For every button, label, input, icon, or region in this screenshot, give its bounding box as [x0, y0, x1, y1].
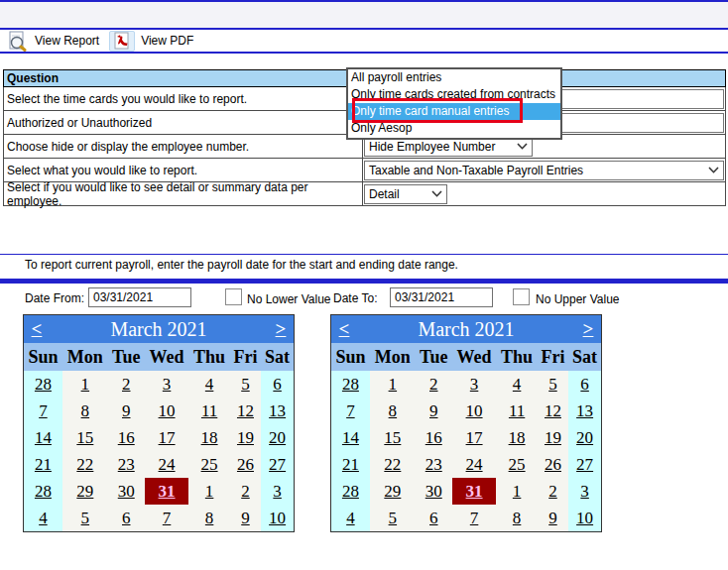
- calendar-day[interactable]: 8: [496, 505, 537, 531]
- calendar-day[interactable]: 8: [370, 398, 416, 424]
- calendar-day[interactable]: 28: [24, 371, 62, 398]
- calendar-day[interactable]: 20: [568, 424, 601, 451]
- calendar-day[interactable]: 14: [24, 424, 62, 451]
- dropdown-option-highlighted[interactable]: Only time card manual entries: [348, 103, 560, 120]
- calendar-day[interactable]: 15: [62, 424, 108, 451]
- date-from-input[interactable]: [88, 287, 191, 307]
- calendar-day[interactable]: 1: [62, 371, 108, 398]
- calendar-day[interactable]: 29: [62, 478, 108, 505]
- calendar-day[interactable]: 6: [416, 505, 452, 531]
- calendar-day[interactable]: 5: [62, 505, 108, 531]
- calendar-day[interactable]: 27: [261, 451, 294, 478]
- calendar-day[interactable]: 11: [188, 398, 229, 424]
- calendar-day[interactable]: 1: [496, 478, 537, 505]
- date-to-input[interactable]: [390, 287, 493, 307]
- calendar-day-selected[interactable]: 31: [145, 478, 189, 505]
- calendar-day[interactable]: 7: [331, 398, 370, 424]
- calendar-day[interactable]: 20: [261, 424, 294, 451]
- calendar-day[interactable]: 14: [331, 424, 370, 451]
- calendar-day[interactable]: 17: [145, 424, 189, 451]
- calendar-day[interactable]: 10: [568, 505, 601, 531]
- calendar-day[interactable]: 16: [416, 424, 452, 451]
- calendar-day[interactable]: 4: [188, 371, 229, 398]
- calendar-day[interactable]: 3: [568, 478, 601, 505]
- calendar-day[interactable]: 10: [452, 398, 497, 424]
- calendar-day[interactable]: 7: [145, 505, 189, 531]
- calendar-day[interactable]: 7: [24, 398, 62, 424]
- calendar-day[interactable]: 30: [416, 478, 452, 505]
- calendar-day[interactable]: 9: [538, 505, 569, 531]
- calendar-day[interactable]: 28: [331, 478, 370, 505]
- report-type-select[interactable]: Taxable and Non-Taxable Payroll Entries: [364, 161, 724, 180]
- calendar-day[interactable]: 6: [568, 371, 601, 398]
- calendar-day[interactable]: 3: [452, 371, 497, 398]
- calendar-day[interactable]: 26: [538, 451, 569, 478]
- calendar-day[interactable]: 21: [24, 451, 62, 478]
- calendar-day[interactable]: 8: [62, 398, 108, 424]
- calendar-day-selected[interactable]: 31: [452, 478, 497, 505]
- calendar-day[interactable]: 23: [416, 451, 452, 478]
- calendar-day[interactable]: 11: [496, 398, 537, 424]
- calendar-day[interactable]: 9: [230, 505, 262, 531]
- calendar-day[interactable]: 24: [145, 451, 189, 478]
- calendar-day[interactable]: 27: [568, 451, 601, 478]
- calendar-day[interactable]: 28: [24, 478, 62, 505]
- view-pdf-button[interactable]: View PDF: [109, 31, 193, 52]
- calendar-day[interactable]: 2: [416, 371, 452, 398]
- calendar-day[interactable]: 9: [108, 398, 145, 424]
- calendar-day[interactable]: 3: [145, 371, 189, 398]
- dropdown-option[interactable]: All payroll entries: [348, 69, 560, 86]
- calendar-day[interactable]: 7: [452, 505, 497, 531]
- calendar-day[interactable]: 12: [230, 398, 262, 424]
- calendar-day[interactable]: 16: [108, 424, 145, 451]
- calendar-day[interactable]: 4: [331, 505, 370, 531]
- calendar-day[interactable]: 22: [370, 451, 416, 478]
- calendar-day[interactable]: 1: [370, 371, 416, 398]
- calendar-day[interactable]: 25: [188, 451, 229, 478]
- calendar-day[interactable]: 2: [538, 478, 569, 505]
- calendar-day[interactable]: 10: [145, 398, 189, 424]
- calendar-day[interactable]: 2: [230, 478, 262, 505]
- calendar-day[interactable]: 26: [230, 451, 262, 478]
- calendar-day[interactable]: 29: [370, 478, 416, 505]
- calendar-day[interactable]: 24: [452, 451, 497, 478]
- calendar-day[interactable]: 6: [108, 505, 145, 531]
- calendar-day[interactable]: 6: [261, 371, 294, 398]
- calendar-day[interactable]: 18: [496, 424, 537, 451]
- calendar-day[interactable]: 30: [108, 478, 145, 505]
- calendar-day[interactable]: 19: [538, 424, 569, 451]
- calendar-day[interactable]: 12: [538, 398, 569, 424]
- calendar-next-link[interactable]: >: [268, 316, 294, 342]
- calendar-day[interactable]: 13: [568, 398, 601, 424]
- calendar-day[interactable]: 15: [370, 424, 416, 451]
- calendar-day[interactable]: 13: [261, 398, 294, 424]
- calendar-prev-link[interactable]: <: [24, 316, 50, 342]
- calendar-day[interactable]: 4: [24, 505, 62, 531]
- calendar-day[interactable]: 2: [108, 371, 145, 398]
- calendar-day[interactable]: 10: [261, 505, 294, 531]
- dropdown-option[interactable]: Only Aesop: [348, 120, 560, 137]
- calendar-day[interactable]: 4: [496, 371, 537, 398]
- calendar-day[interactable]: 3: [261, 478, 294, 505]
- detail-summary-select[interactable]: Detail: [364, 184, 447, 204]
- calendar-day[interactable]: 1: [188, 478, 229, 505]
- calendar-next-link[interactable]: >: [575, 316, 601, 342]
- calendar-day[interactable]: 23: [108, 451, 145, 478]
- calendar-day[interactable]: 25: [496, 451, 537, 478]
- calendar-day[interactable]: 5: [370, 505, 416, 531]
- calendar-day[interactable]: 28: [331, 371, 370, 398]
- no-lower-value-checkbox[interactable]: [225, 288, 242, 305]
- calendar-prev-link[interactable]: <: [331, 316, 357, 342]
- calendar-day[interactable]: 8: [188, 505, 229, 531]
- calendar-day[interactable]: 18: [188, 424, 229, 451]
- view-report-button[interactable]: View Report: [7, 31, 99, 52]
- calendar-day[interactable]: 21: [331, 451, 370, 478]
- no-upper-value-checkbox[interactable]: [513, 288, 530, 305]
- calendar-day[interactable]: 19: [230, 424, 262, 451]
- calendar-day[interactable]: 9: [416, 398, 452, 424]
- dropdown-option[interactable]: Only time cards created from contracts: [348, 86, 560, 103]
- calendar-day[interactable]: 5: [230, 371, 262, 398]
- calendar-day[interactable]: 5: [538, 371, 569, 398]
- calendar-day[interactable]: 17: [452, 424, 497, 451]
- calendar-day[interactable]: 22: [62, 451, 108, 478]
